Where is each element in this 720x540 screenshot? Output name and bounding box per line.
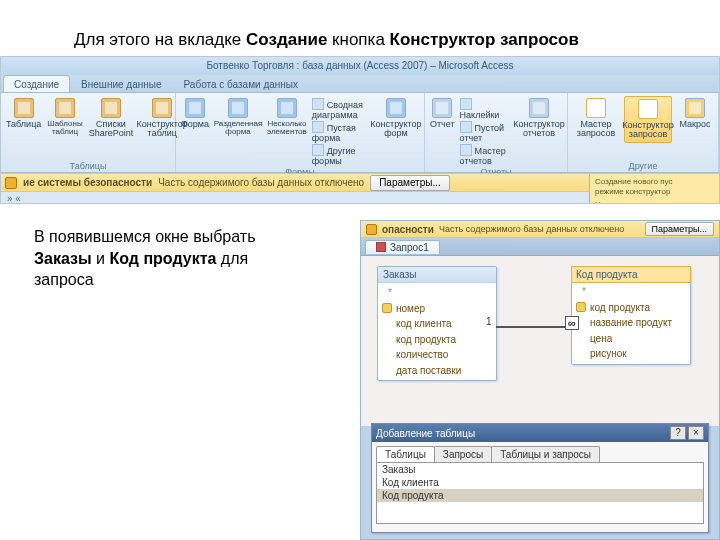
dialog-title: Добавление таблицы: [376, 428, 475, 439]
t: Конструктор запросов: [390, 30, 579, 49]
help-button[interactable]: ?: [670, 426, 686, 440]
btn-form-design[interactable]: Конструктор форм: [372, 96, 420, 166]
btn-report[interactable]: Отчет: [429, 96, 456, 166]
query-design-canvas[interactable]: Заказы * номер код клиента код продукта …: [361, 256, 719, 426]
field-kolichestvo[interactable]: количество: [378, 347, 496, 363]
btn-sharepoint-lists[interactable]: Списки SharePoint: [88, 96, 135, 141]
shield-icon: [366, 224, 377, 235]
query-design-icon: [638, 99, 658, 119]
list-item[interactable]: Код продукта: [377, 489, 703, 502]
dialog-table-list[interactable]: Заказы Код клиента Код продукта: [376, 462, 704, 524]
form-small-list: Сводная диаграмма Пустая форма Другие фо…: [312, 96, 368, 166]
security-options-button[interactable]: Параметры...: [370, 175, 450, 191]
btn-split-form[interactable]: Разделенная форма: [214, 96, 262, 166]
group-label: Таблицы: [5, 160, 171, 171]
t: Создание: [246, 30, 327, 49]
field-kod-klienta[interactable]: код клиента: [378, 316, 496, 332]
sharepoint-icon: [101, 98, 121, 118]
query-wizard-icon: [586, 98, 606, 118]
ribbon-tabs: Создание Внешние данные Работа с базами …: [1, 75, 719, 93]
security-options-button[interactable]: Параметры...: [645, 222, 714, 236]
infinity-icon: ∞: [565, 316, 579, 330]
close-button[interactable]: ×: [688, 426, 704, 440]
report-small-list: Наклейки Пустой отчет Мастер отчетов: [460, 96, 511, 166]
btn-blank-form[interactable]: Пустая форма: [312, 121, 368, 143]
tab-db-tools[interactable]: Работа с базами данных: [173, 75, 310, 92]
btn-query-wizard[interactable]: Мастер запросов: [572, 96, 620, 143]
report-design-icon: [529, 98, 549, 118]
btn-report-design[interactable]: Конструктор отчетов: [515, 96, 563, 166]
table-title: Код продукта: [571, 266, 691, 283]
field-kod-produkta[interactable]: код продукта: [572, 300, 690, 316]
group-other: Мастер запросов Конструктор запросов Мак…: [568, 93, 719, 172]
field-data-postavki[interactable]: дата поставки: [378, 363, 496, 379]
field-all[interactable]: *: [378, 285, 496, 301]
btn-more-forms[interactable]: Другие формы: [312, 144, 368, 166]
t: кнопка: [327, 30, 389, 49]
window-title: Ботвенко Торговля : база данных (Access …: [1, 57, 719, 75]
security-warning-title: ие системы безопасности: [23, 177, 152, 188]
t: Код продукта: [109, 250, 216, 267]
tooltip-pane: Создание нового пус режиме конструктор Н…: [589, 174, 719, 204]
query-designer-window: опасности Часть содержимого базы данных …: [360, 220, 720, 540]
document-tabs: Запрос1: [361, 238, 719, 256]
shield-icon: [5, 177, 17, 189]
table-kod-produkta[interactable]: Код продукта * код продукта название про…: [571, 266, 691, 365]
group-forms: Форма Разделенная форма Несколько элемен…: [176, 93, 425, 172]
t: и: [92, 250, 110, 267]
group-tables: Таблица Шаблоны таблиц Списки SharePoint…: [1, 93, 176, 172]
dlg-tab-tables[interactable]: Таблицы: [376, 446, 435, 462]
field-all[interactable]: *: [572, 284, 690, 300]
security-warning-bar: опасности Часть содержимого базы данных …: [361, 221, 719, 238]
group-label: Другие: [572, 160, 714, 171]
t: Заказы: [34, 250, 92, 267]
field-kod-produkta[interactable]: код продукта: [378, 332, 496, 348]
multi-items-icon: [277, 98, 297, 118]
btn-labels[interactable]: Наклейки: [460, 98, 511, 120]
btn-query-design[interactable]: Конструктор запросов: [624, 96, 672, 143]
dlg-tab-both[interactable]: Таблицы и запросы: [491, 446, 600, 462]
btn-table-templates[interactable]: Шаблоны таблиц: [46, 96, 83, 141]
table-zakazy[interactable]: Заказы * номер код клиента код продукта …: [377, 266, 497, 381]
security-warning-title: опасности: [382, 224, 434, 235]
tab-query1[interactable]: Запрос1: [365, 240, 440, 254]
add-table-dialog: Добавление таблицы ?× Таблицы Запросы Та…: [371, 423, 709, 533]
btn-form[interactable]: Форма: [180, 96, 210, 166]
t: Для этого на вкладке: [74, 30, 246, 49]
table-title: Заказы: [378, 267, 496, 283]
table-templates-icon: [55, 98, 75, 118]
field-nazvanie-produkta[interactable]: название продукт: [572, 315, 690, 331]
list-item[interactable]: Заказы: [377, 463, 703, 476]
dlg-tab-queries[interactable]: Запросы: [434, 446, 492, 462]
tab-external-data[interactable]: Внешние данные: [70, 75, 172, 92]
form-icon: [185, 98, 205, 118]
security-warning-text: Часть содержимого базы данных отключено: [158, 177, 364, 188]
group-reports: Отчет Наклейки Пустой отчет Мастер отчет…: [425, 93, 568, 172]
btn-report-wizard[interactable]: Мастер отчетов: [460, 144, 511, 166]
field-risunok[interactable]: рисунок: [572, 346, 690, 362]
btn-table[interactable]: Таблица: [5, 96, 42, 141]
dialog-tabs: Таблицы Запросы Таблицы и запросы: [376, 446, 704, 462]
btn-blank-report[interactable]: Пустой отчет: [460, 121, 511, 143]
caption-ribbon: Для этого на вкладке Создание кнопка Кон…: [74, 30, 579, 50]
relationship-line[interactable]: ∞: [496, 326, 576, 328]
form-design-icon: [386, 98, 406, 118]
caption-dialog: В появившемся окне выбрать Заказы и Код …: [34, 226, 294, 291]
split-form-icon: [228, 98, 248, 118]
btn-multi-items[interactable]: Несколько элементов: [266, 96, 308, 166]
security-warning-text: Часть содержимого базы данных отключено: [439, 224, 624, 234]
field-nomer[interactable]: номер: [378, 301, 496, 317]
tab-create[interactable]: Создание: [3, 75, 70, 92]
table-design-icon: [152, 98, 172, 118]
ribbon: Таблица Шаблоны таблиц Списки SharePoint…: [1, 93, 719, 173]
list-item[interactable]: Код клиента: [377, 476, 703, 489]
report-icon: [432, 98, 452, 118]
btn-macro[interactable]: Макрос: [676, 96, 714, 143]
table-icon: [14, 98, 34, 118]
macro-icon: [685, 98, 705, 118]
t: В появившемся окне выбрать: [34, 228, 255, 245]
query-icon: [376, 242, 386, 252]
dialog-titlebar[interactable]: Добавление таблицы ?×: [372, 424, 708, 442]
btn-pivot-chart[interactable]: Сводная диаграмма: [312, 98, 368, 120]
field-cena[interactable]: цена: [572, 331, 690, 347]
